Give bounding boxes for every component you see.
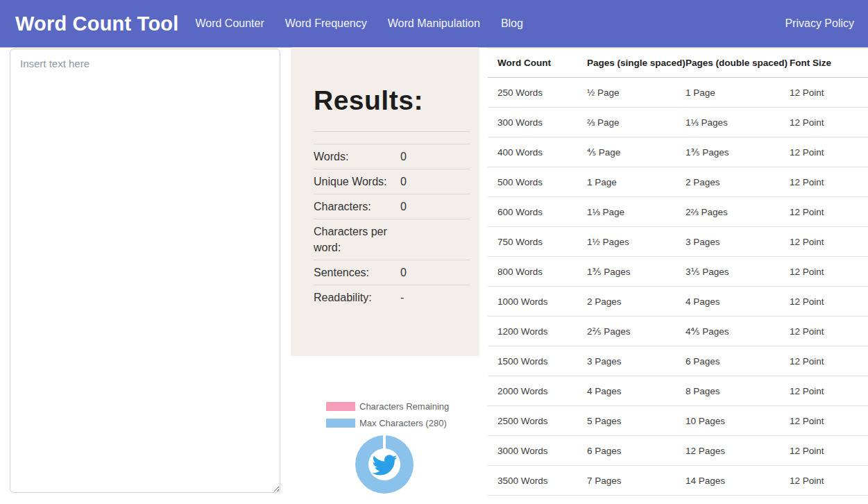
table-cell: 6 Pages — [587, 436, 686, 466]
table-cell: 12 Pages — [686, 436, 790, 466]
table-cell: 12 Point — [790, 137, 868, 167]
result-label: Characters: — [314, 199, 400, 215]
result-row: Unique Words: 0 — [314, 169, 470, 194]
donut-hole — [368, 448, 400, 480]
legend-item-characters-remaining[interactable]: Characters Remaining — [326, 401, 449, 412]
result-value: 0 — [400, 151, 407, 163]
table-cell: 14 Pages — [686, 466, 790, 496]
table-cell: 4 Pages — [686, 287, 790, 317]
results-spacer-row — [314, 132, 470, 144]
table-cell: 12 Point — [790, 257, 868, 287]
result-row: Characters per word: — [314, 219, 470, 260]
nav-right: Privacy Policy — [785, 17, 854, 30]
table-cell: 1 Page — [587, 167, 686, 197]
result-row: Characters: 0 — [314, 194, 470, 219]
table-cell: 1⅗ Pages — [587, 257, 686, 287]
privacy-policy-link[interactable]: Privacy Policy — [785, 17, 854, 30]
table-cell: 1200 Words — [488, 317, 587, 346]
twitter-bird-icon — [371, 452, 398, 478]
table-row: 2000 Words4 Pages8 Pages12 Point — [488, 376, 868, 406]
table-cell: 1⅓ Page — [587, 197, 686, 227]
twitter-characters-donut[interactable] — [355, 435, 414, 494]
table-row: 800 Words1⅗ Pages3⅕ Pages12 Point — [488, 257, 868, 287]
table-row: 300 Words⅔ Page1⅓ Pages12 Point — [488, 108, 868, 137]
results-rows: Words: 0 Unique Words: 0 Characters: 0 C… — [314, 144, 470, 310]
nav-link[interactable]: Word Counter — [195, 17, 264, 30]
table-row: 3000 Words6 Pages12 Pages12 Point — [488, 436, 868, 466]
legend-item-max-characters[interactable]: Max Characters (280) — [326, 418, 449, 428]
table-cell: 12 Point — [790, 287, 868, 317]
result-row: Sentences: 0 — [314, 260, 470, 285]
table-cell: ⅔ Page — [587, 108, 686, 137]
table-cell: 3500 Words — [488, 466, 587, 496]
result-value: 0 — [400, 267, 407, 279]
table-row: 250 Words½ Page1 Page12 Point — [488, 78, 868, 108]
col-header-pages-single: Pages (single spaced) — [587, 49, 686, 78]
table-cell: 12 Point — [790, 108, 868, 137]
table-cell: 1½ Pages — [587, 227, 686, 257]
table-cell: 12 Point — [790, 167, 868, 197]
table-row: 2500 Words5 Pages10 Pages12 Point — [488, 406, 868, 436]
table-cell: 1 Page — [686, 78, 790, 108]
table-cell: 2⅖ Pages — [587, 317, 686, 346]
table-cell: 600 Words — [488, 197, 587, 227]
table-cell: 1⅓ Pages — [686, 108, 790, 137]
table-cell: 250 Words — [488, 78, 587, 108]
legend-label: Characters Remaining — [359, 401, 449, 412]
results-panel: Results: Words: 0 Unique Words: 0 Charac… — [291, 47, 479, 356]
table-cell: 12 Point — [790, 317, 868, 346]
app-header: Word Count Tool Word Counter Word Freque… — [0, 0, 868, 47]
table-cell: 12 Point — [790, 78, 868, 108]
word-count-pages-table: Word Count Pages (single spaced) Pages (… — [488, 48, 868, 496]
table-cell: 7 Pages — [587, 466, 686, 496]
table-cell: 500 Words — [488, 167, 587, 197]
result-value: 0 — [400, 176, 407, 188]
table-cell: 750 Words — [488, 227, 587, 257]
site-title[interactable]: Word Count Tool — [15, 12, 178, 35]
table-cell: 3 Pages — [686, 227, 790, 257]
table-cell: ½ Page — [587, 78, 686, 108]
table-cell: 3000 Words — [488, 436, 587, 466]
table-cell: 400 Words — [488, 137, 587, 167]
table-cell: 2⅔ Pages — [686, 197, 790, 227]
table-cell: 2 Pages — [686, 167, 790, 197]
table-row: 600 Words1⅓ Page2⅔ Pages12 Point — [488, 197, 868, 227]
table-cell: 12 Point — [790, 466, 868, 496]
table-row: 1200 Words2⅖ Pages4⅘ Pages12 Point — [488, 317, 868, 346]
col-header-font-size: Font Size — [790, 49, 868, 78]
table-cell: 5 Pages — [587, 406, 686, 436]
table-cell: 800 Words — [488, 257, 587, 287]
nav-link[interactable]: Word Frequency — [285, 17, 367, 30]
legend-swatch-max — [326, 419, 355, 428]
table-cell: 1500 Words — [488, 346, 587, 376]
result-label: Characters per word: — [314, 224, 400, 255]
table-row: 3500 Words7 Pages14 Pages12 Point — [488, 466, 868, 496]
table-cell: 3⅕ Pages — [686, 257, 790, 287]
table-cell: 12 Point — [790, 436, 868, 466]
table-row: 1000 Words2 Pages4 Pages12 Point — [488, 287, 868, 317]
table-row: 1500 Words3 Pages6 Pages12 Point — [488, 346, 868, 376]
nav-link[interactable]: Blog — [501, 17, 523, 30]
result-row: Readability: - — [314, 285, 470, 310]
table-cell: 300 Words — [488, 108, 587, 137]
table-cell: 12 Point — [790, 376, 868, 406]
table-cell: 2000 Words — [488, 376, 587, 406]
result-row: Words: 0 — [314, 144, 470, 169]
table-row: 500 Words1 Page2 Pages12 Point — [488, 167, 868, 197]
result-label: Unique Words: — [314, 174, 400, 190]
table-cell: 12 Point — [790, 197, 868, 227]
results-list: Words: 0 Unique Words: 0 Characters: 0 C… — [314, 131, 470, 310]
table-cell: 2500 Words — [488, 406, 587, 436]
table-cell: 1000 Words — [488, 287, 587, 317]
table-row: 400 Words⅘ Page1⅗ Pages12 Point — [488, 137, 868, 167]
twitter-bird-path — [372, 455, 397, 475]
table-cell: 12 Point — [790, 227, 868, 257]
table-cell: 6 Pages — [686, 346, 790, 376]
result-value: - — [400, 292, 404, 304]
twitter-chart-legend: Characters Remaining Max Characters (280… — [326, 401, 449, 428]
nav-link[interactable]: Word Manipulation — [388, 17, 480, 30]
legend-label: Max Characters (280) — [359, 418, 447, 428]
table-row: 750 Words1½ Pages3 Pages12 Point — [488, 227, 868, 257]
text-input-area[interactable] — [10, 49, 280, 493]
table-cell: 1⅗ Pages — [686, 137, 790, 167]
